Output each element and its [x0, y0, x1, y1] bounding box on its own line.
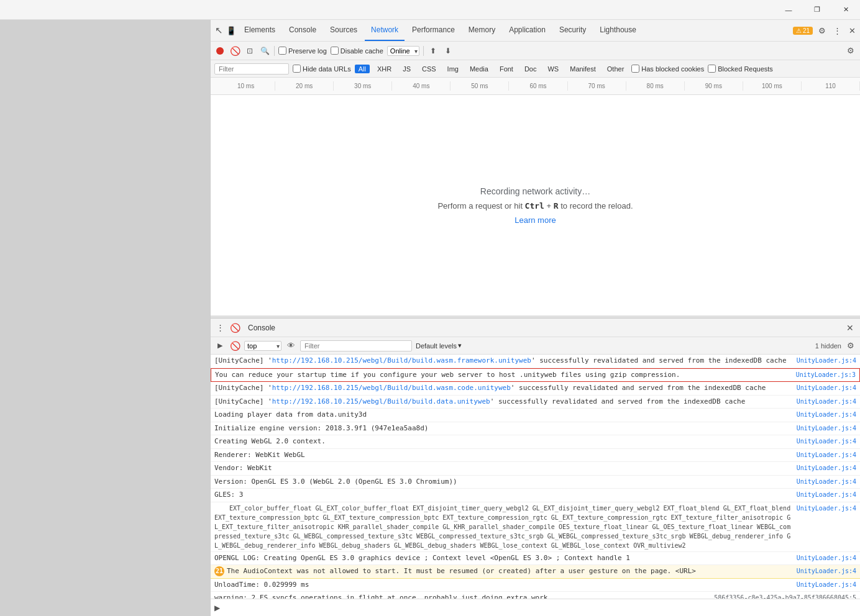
console-settings-button[interactable]: ⚙: [845, 340, 856, 351]
preserve-log-input[interactable]: [278, 47, 286, 55]
devtools-inspect-icon[interactable]: ↖: [213, 25, 224, 36]
tab-lighthouse[interactable]: Lighthouse: [593, 20, 643, 41]
devtools-more-button[interactable]: ⋮: [831, 25, 843, 36]
window-frame: — ❐ ✕ ↖ 📱 Elements Console Sources Netwo…: [0, 0, 860, 616]
filter-type-manifest[interactable]: Manifest: [566, 65, 600, 73]
log-entry: Creating WebGL 2.0 context. UnityLoader.…: [211, 435, 860, 449]
blocked-requests-input[interactable]: [708, 65, 716, 73]
console-label: Console: [248, 324, 275, 332]
warning-badge[interactable]: ⚠ 21: [793, 27, 813, 35]
filter-button[interactable]: ⊡: [244, 45, 255, 57]
hide-data-urls-input[interactable]: [293, 65, 301, 73]
tab-memory[interactable]: Memory: [462, 20, 501, 41]
log-source[interactable]: UnityLoader.js:4: [797, 490, 856, 499]
log-source[interactable]: UnityLoader.js:4: [797, 383, 856, 392]
r-key: R: [554, 201, 559, 211]
log-entry: EXT_color_buffer_float GL_EXT_color_buff…: [211, 502, 860, 552]
has-blocked-cookies-checkbox[interactable]: Has blocked cookies: [631, 65, 704, 73]
log-link[interactable]: http://192.168.10.215/webgl/Build/build.…: [272, 397, 490, 405]
log-message: Creating WebGL 2.0 context.: [214, 437, 792, 447]
log-source[interactable]: UnityLoader.js:4: [797, 477, 856, 486]
log-source[interactable]: UnityLoader.js:4: [797, 356, 856, 365]
filter-type-doc[interactable]: Doc: [521, 65, 541, 73]
clear-button[interactable]: 🚫: [229, 45, 240, 57]
filter-type-ws[interactable]: WS: [544, 65, 562, 73]
console-more-icon[interactable]: ⋮: [214, 322, 226, 333]
log-source[interactable]: UnityLoader.js:4: [797, 397, 856, 406]
log-entry: [UnityCache] 'http://192.168.10.215/webg…: [211, 396, 860, 409]
log-link[interactable]: http://192.168.10.215/webgl/Build/build.…: [272, 384, 511, 392]
filter-type-other[interactable]: Other: [603, 65, 628, 73]
log-message: Loading player data from data.unity3d: [214, 410, 792, 420]
minimize-button[interactable]: —: [774, 0, 803, 20]
log-source[interactable]: UnityLoader.js:4: [797, 463, 856, 473]
close-button[interactable]: ✕: [831, 0, 860, 20]
devtools-tab-bar: ↖ 📱 Elements Console Sources Network Per…: [211, 20, 860, 42]
import-har-button[interactable]: ⬆: [428, 45, 439, 57]
log-source[interactable]: UnityLoader.js:4: [797, 450, 856, 460]
devtools-settings-button[interactable]: ⚙: [817, 25, 828, 36]
hide-data-urls-checkbox[interactable]: Hide data URLs: [293, 65, 351, 73]
devtools-close-button[interactable]: ✕: [846, 25, 858, 36]
filter-type-font[interactable]: Font: [496, 65, 517, 73]
tab-console[interactable]: Console: [283, 20, 322, 41]
title-bar: — ❐ ✕: [0, 0, 860, 20]
console-close-button[interactable]: ✕: [844, 322, 856, 334]
log-source[interactable]: UnityLoader.js:4: [797, 580, 856, 589]
disable-cache-checkbox[interactable]: Disable cache: [331, 47, 383, 55]
console-ban-icon[interactable]: 🚫: [229, 340, 240, 351]
record-button[interactable]: [214, 45, 226, 57]
devtools-device-icon[interactable]: 📱: [226, 25, 237, 36]
log-message: OPENGL LOG: Creating OpenGL ES 3.0 graph…: [214, 553, 792, 564]
filter-type-js[interactable]: JS: [399, 65, 414, 73]
tab-application[interactable]: Application: [503, 20, 552, 41]
tick-90ms: 90 ms: [685, 81, 743, 91]
disable-cache-input[interactable]: [331, 47, 339, 55]
context-select[interactable]: top: [244, 341, 281, 351]
export-har-button[interactable]: ⬇: [442, 45, 454, 57]
network-settings-button[interactable]: ⚙: [845, 45, 856, 57]
console-clear-button[interactable]: 🚫: [229, 322, 240, 333]
tab-security[interactable]: Security: [553, 20, 592, 41]
throttle-wrapper: Online: [387, 46, 419, 56]
hidden-badge[interactable]: 1 hidden: [815, 342, 841, 350]
log-link[interactable]: http://192.168.10.215/webgl/Build/build.…: [272, 356, 531, 365]
tab-elements[interactable]: Elements: [238, 20, 281, 41]
log-source[interactable]: UnityLoader.js:4: [797, 504, 856, 513]
log-entry: [UnityCache] 'http://192.168.10.215/webg…: [211, 355, 860, 368]
console-prompt-icon: ▶: [214, 604, 220, 612]
default-levels-button[interactable]: Default levels ▾: [416, 342, 462, 350]
log-message: The AudioContext was not allowed to star…: [227, 566, 792, 577]
filter-type-img[interactable]: Img: [444, 65, 462, 73]
log-source[interactable]: UnityLoader.js:3: [796, 370, 856, 379]
log-source[interactable]: UnityLoader.js:4: [797, 437, 856, 446]
log-source[interactable]: 586f3356-c8e3-425a-b9a7-85f386668045:5: [714, 593, 856, 599]
learn-more-link[interactable]: Learn more: [515, 215, 556, 225]
console-expand-icon[interactable]: ▶: [214, 340, 226, 351]
console-eye-icon[interactable]: 👁: [285, 340, 296, 351]
tab-performance[interactable]: Performance: [406, 20, 461, 41]
filter-type-xhr[interactable]: XHR: [373, 65, 395, 73]
maximize-button[interactable]: ❐: [803, 0, 831, 20]
search-button[interactable]: 🔍: [259, 45, 270, 57]
console-filter-input[interactable]: [300, 340, 412, 351]
has-blocked-cookies-label: Has blocked cookies: [641, 65, 704, 73]
log-source[interactable]: UnityLoader.js:4: [797, 566, 856, 576]
preserve-log-checkbox[interactable]: Preserve log: [278, 47, 327, 55]
log-message: UnloadTime: 0.029999 ms: [214, 580, 792, 591]
filter-type-css[interactable]: CSS: [418, 65, 440, 73]
filter-type-all[interactable]: All: [355, 65, 370, 73]
filter-input[interactable]: [214, 63, 289, 75]
filter-type-media[interactable]: Media: [466, 65, 492, 73]
log-entry: GLES: 3 UnityLoader.js:4: [211, 489, 860, 502]
log-entry: [UnityCache] 'http://192.168.10.215/webg…: [211, 382, 860, 396]
throttle-select[interactable]: Online: [387, 46, 419, 56]
log-source[interactable]: UnityLoader.js:4: [797, 410, 856, 419]
tab-sources[interactable]: Sources: [324, 20, 364, 41]
blocked-requests-checkbox[interactable]: Blocked Requests: [708, 65, 773, 73]
console-log[interactable]: [UnityCache] 'http://192.168.10.215/webg…: [211, 355, 860, 599]
has-blocked-cookies-input[interactable]: [631, 65, 639, 73]
tab-network[interactable]: Network: [365, 20, 405, 41]
log-source[interactable]: UnityLoader.js:4: [797, 553, 856, 563]
log-source[interactable]: UnityLoader.js:4: [797, 424, 856, 433]
